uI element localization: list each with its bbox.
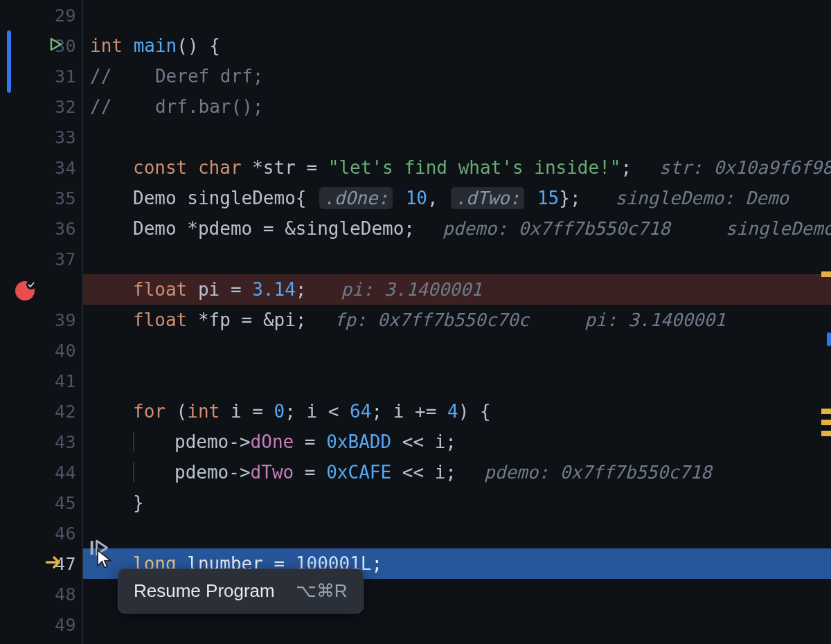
code-line[interactable]: // Deref drf; [83, 61, 831, 91]
field: dTwo [251, 462, 294, 483]
punct: () { [177, 35, 220, 56]
gutter-line[interactable]: 46 [0, 518, 83, 548]
keyword: float [133, 310, 187, 330]
number: 0xCAFE [326, 462, 391, 483]
identifier: *str [252, 157, 296, 178]
code-line[interactable]: Demo singleDemo{ .dOne: 10, .dTwo: 15};s… [83, 183, 831, 213]
code-line[interactable]: return 0; [83, 640, 831, 644]
gutter-line[interactable]: 29 [0, 0, 83, 30]
inlay-hint: pdemo: 0x7ff7b550c718 [443, 218, 670, 239]
code-line[interactable] [83, 0, 831, 30]
gutter-line[interactable]: 50 [0, 640, 83, 644]
gutter-line[interactable]: 49 [0, 609, 83, 640]
line-number: 31 [55, 66, 76, 87]
identifier: *pdemo [187, 218, 252, 239]
code-line[interactable] [83, 609, 831, 640]
line-number: 37 [55, 249, 76, 269]
code-area[interactable]: int main() { // Deref drf; // drf.bar();… [83, 0, 831, 644]
inlay-hint: singleDemo [726, 218, 831, 239]
code-line[interactable]: Demo *pdemo = &singleDemo;pdemo: 0x7ff7b… [83, 213, 831, 244]
function-name: main [134, 35, 177, 56]
indent-guide [133, 463, 134, 482]
code-line[interactable]: int main() { [83, 30, 831, 61]
code-line[interactable]: } [83, 488, 831, 518]
gutter-line[interactable]: 31 [0, 61, 83, 91]
gutter-line[interactable]: 33 [0, 122, 83, 152]
gutter-line[interactable]: 30 [0, 30, 83, 61]
keyword: const [133, 157, 187, 178]
gutter-line[interactable]: 42 [0, 396, 83, 427]
gutter[interactable]: 29 30 31 32 33 34 35 36 37 39 40 41 42 4… [0, 0, 83, 644]
overview-marker-warning[interactable] [821, 271, 831, 277]
inlay-hint: pi: 3.1400001 [584, 310, 726, 330]
gutter-line[interactable]: 41 [0, 366, 83, 396]
gutter-line[interactable]: 44 [0, 457, 83, 488]
code-line[interactable]: pdemo->dOne = 0xBADD << i; [83, 427, 831, 457]
gutter-line[interactable]: 34 [0, 152, 83, 183]
gutter-line[interactable]: 48 [0, 579, 83, 609]
gutter-line[interactable]: 39 [0, 305, 83, 335]
action-tooltip: Resume Program ⌥⌘R [118, 569, 364, 614]
string-literal: "let's find what's inside!" [328, 157, 621, 178]
type-name: Demo [133, 218, 177, 239]
gutter-line[interactable]: 36 [0, 213, 83, 244]
number: 64 [350, 401, 371, 422]
gutter-line[interactable]: 40 [0, 335, 83, 366]
inlay-hint: pdemo: 0x7ff7b550c718 [484, 462, 712, 483]
line-number: 49 [55, 615, 76, 635]
line-number: 44 [55, 463, 76, 483]
gutter-line[interactable]: 35 [0, 183, 83, 213]
gutter-line[interactable]: 45 [0, 488, 83, 518]
tooltip-label: Resume Program [134, 580, 275, 602]
code-line[interactable]: pdemo->dTwo = 0xCAFE << i;pdemo: 0x7ff7b… [83, 457, 831, 488]
number: 0 [274, 401, 285, 422]
keyword: int [187, 401, 220, 422]
code-line[interactable]: for (int i = 0; i < 64; i += 4) { [83, 396, 831, 427]
overview-marker-warning[interactable] [821, 431, 831, 436]
gutter-line[interactable]: 37 [0, 244, 83, 274]
gutter-line[interactable]: 47 [0, 548, 83, 579]
overview-marker-caret[interactable] [827, 332, 831, 346]
code-line[interactable] [83, 518, 831, 548]
comment: // Deref drf; [90, 66, 263, 87]
gutter-line[interactable] [0, 274, 83, 305]
keyword: int [90, 35, 123, 56]
number: 3.14 [252, 279, 296, 300]
code-line[interactable] [83, 244, 831, 274]
gutter-line[interactable]: 43 [0, 427, 83, 457]
inlay-hint: singleDemo: Demo [616, 188, 789, 208]
inlay-hint: str: 0x10a9f6f98 [659, 157, 831, 178]
param-hint: .dOne: [319, 187, 393, 209]
number: 10 [406, 188, 427, 208]
inlay-hint: pi: 3.1400001 [341, 279, 483, 300]
overview-marker-warning[interactable] [821, 409, 831, 414]
brace: } [133, 492, 144, 513]
line-number: 45 [55, 493, 76, 513]
number: 4 [447, 401, 458, 422]
keyword: char [198, 157, 242, 178]
code-line[interactable] [83, 122, 831, 152]
run-main-icon[interactable] [47, 36, 64, 57]
code-line[interactable] [83, 335, 831, 366]
field: dOne [251, 431, 294, 452]
mouse-cursor-icon [96, 548, 114, 573]
code-line-breakpoint[interactable]: float pi = 3.14;pi: 3.1400001 [83, 274, 831, 305]
line-number: 32 [55, 97, 76, 117]
param-hint: .dTwo: [451, 187, 524, 209]
line-number: 36 [55, 219, 76, 239]
code-line[interactable]: float *fp = &pi;fp: 0x7ff7b550c70cpi: 3.… [83, 305, 831, 335]
line-number: 40 [55, 341, 76, 361]
line-number: 35 [55, 188, 76, 208]
svg-rect-0 [91, 541, 93, 555]
tooltip-shortcut: ⌥⌘R [296, 580, 348, 602]
breakpoint-icon[interactable] [15, 281, 35, 301]
overview-marker-warning[interactable] [821, 420, 831, 425]
code-line[interactable] [83, 366, 831, 396]
identifier: *fp [198, 310, 231, 330]
line-number: 29 [55, 6, 76, 26]
code-line[interactable]: const char *str = "let's find what's ins… [83, 152, 831, 183]
number: 0xBADD [326, 431, 391, 452]
code-line[interactable]: // drf.bar(); [83, 91, 831, 122]
identifier: singleDemo [187, 188, 296, 208]
gutter-line[interactable]: 32 [0, 91, 83, 122]
